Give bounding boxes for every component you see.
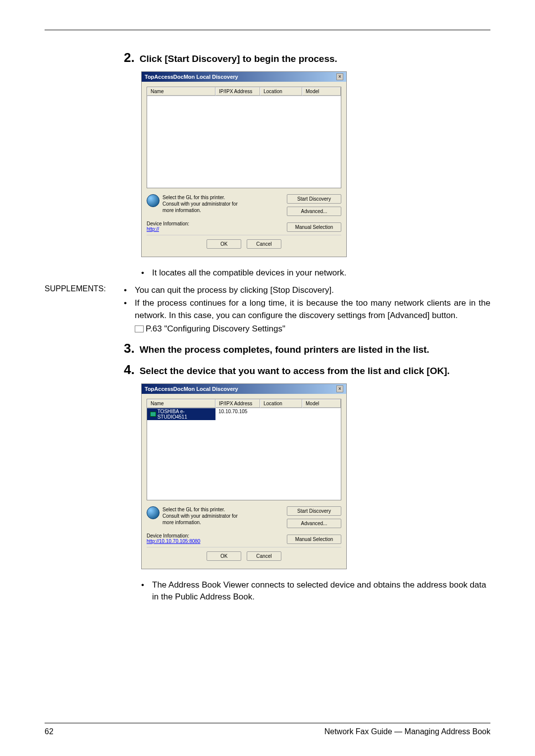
footer-title: Network Fax Guide — Managing Address Boo… bbox=[324, 727, 490, 736]
dialog-title: TopAccessDocMon Local Discovery bbox=[145, 74, 238, 80]
close-icon[interactable]: × bbox=[336, 73, 343, 80]
page-number: 62 bbox=[45, 727, 54, 736]
start-discovery-button[interactable]: Start Discovery bbox=[287, 194, 341, 204]
close-icon[interactable]: × bbox=[336, 385, 343, 392]
bullet-icon: • bbox=[124, 284, 135, 297]
result-bullet-2: • The Address Book Viewer connects to se… bbox=[141, 579, 490, 603]
hint-text: Select the GL for this printer. Consult … bbox=[162, 506, 242, 526]
col-location[interactable]: Location bbox=[260, 87, 302, 96]
discovery-dialog-empty: TopAccessDocMon Local Discovery × Name I… bbox=[141, 71, 347, 257]
dialog-titlebar: TopAccessDocMon Local Discovery × bbox=[142, 384, 346, 394]
device-info-label: Device Information: bbox=[147, 221, 189, 226]
printer-icon bbox=[150, 412, 156, 417]
step-4-number: 4. bbox=[124, 362, 135, 378]
supplements-label: SUPPLEMENTS: bbox=[45, 284, 124, 293]
device-info-label: Device Information: bbox=[147, 533, 200, 539]
dialog-titlebar: TopAccessDocMon Local Discovery × bbox=[142, 72, 346, 82]
supplement-text-2: If the process continues for a long time… bbox=[135, 297, 490, 322]
step-3-text: When the process completes, found printe… bbox=[140, 344, 429, 355]
device-listview[interactable]: Name IP/IPX Address Location Model bbox=[147, 87, 341, 188]
ok-button[interactable]: OK bbox=[207, 551, 241, 561]
step-3: 3. When the process completes, found pri… bbox=[124, 341, 490, 356]
col-name[interactable]: Name bbox=[147, 399, 215, 408]
manual-selection-button[interactable]: Manual Selection bbox=[287, 222, 341, 232]
listview-header: Name IP/IPX Address Location Model bbox=[147, 87, 341, 96]
manual-selection-button[interactable]: Manual Selection bbox=[287, 535, 341, 544]
advanced-button[interactable]: Advanced... bbox=[287, 207, 341, 216]
step-2-text: Click [Start Discovery] to begin the pro… bbox=[140, 54, 337, 64]
book-icon bbox=[135, 325, 144, 332]
table-row[interactable]: TOSHIBA e-STUDIO4511 10.10.70.105 bbox=[147, 408, 341, 420]
cancel-button[interactable]: Cancel bbox=[247, 551, 281, 561]
bullet-text: It locates all the compatible devices in… bbox=[152, 267, 346, 279]
advanced-button[interactable]: Advanced... bbox=[287, 519, 341, 528]
result-bullet-1: • It locates all the compatible devices … bbox=[141, 267, 490, 279]
globe-icon bbox=[147, 194, 160, 207]
supplement-text-1: You can quit the process by clicking [St… bbox=[135, 284, 334, 297]
top-rule bbox=[45, 30, 490, 30]
step-2-number: 2. bbox=[124, 50, 135, 65]
bullet-text: The Address Book Viewer connects to sele… bbox=[152, 579, 490, 603]
step-2: 2. Click [Start Discovery] to begin the … bbox=[124, 50, 490, 65]
row-ip: 10.10.70.105 bbox=[215, 408, 260, 420]
row-name: TOSHIBA e-STUDIO4511 bbox=[158, 409, 213, 420]
start-discovery-button[interactable]: Start Discovery bbox=[287, 506, 341, 516]
col-model[interactable]: Model bbox=[302, 399, 341, 408]
col-name[interactable]: Name bbox=[147, 87, 215, 96]
bullet-icon: • bbox=[124, 297, 135, 322]
page-footer: 62 Network Fax Guide — Managing Address … bbox=[45, 723, 490, 736]
col-ip[interactable]: IP/IPX Address bbox=[215, 87, 260, 96]
step-4-text: Select the device that you want to acces… bbox=[140, 366, 450, 377]
discovery-dialog-result: TopAccessDocMon Local Discovery × Name I… bbox=[141, 383, 347, 569]
device-info-link[interactable]: http:// bbox=[147, 226, 159, 232]
reference-text: P.63 "Configuring Discovery Settings" bbox=[146, 324, 285, 333]
col-ip[interactable]: IP/IPX Address bbox=[215, 399, 260, 408]
listview-header: Name IP/IPX Address Location Model bbox=[147, 399, 341, 408]
hint-text: Select the GL for this printer. Consult … bbox=[162, 194, 242, 214]
device-info-link[interactable]: http://10.10.70.105:8080 bbox=[147, 539, 200, 544]
supplement-item-2: • If the process continues for a long ti… bbox=[124, 297, 490, 322]
step-4: 4. Select the device that you want to ac… bbox=[124, 362, 490, 378]
supplement-item-1: • You can quit the process by clicking [… bbox=[124, 284, 490, 297]
reference-line: P.63 "Configuring Discovery Settings" bbox=[135, 324, 490, 334]
globe-icon bbox=[147, 506, 160, 519]
bullet-icon: • bbox=[141, 579, 152, 603]
device-listview[interactable]: Name IP/IPX Address Location Model TOSHI… bbox=[147, 399, 341, 500]
cancel-button[interactable]: Cancel bbox=[247, 239, 281, 249]
col-model[interactable]: Model bbox=[302, 87, 341, 96]
dialog-title: TopAccessDocMon Local Discovery bbox=[145, 386, 238, 392]
bullet-icon: • bbox=[141, 267, 152, 279]
col-location[interactable]: Location bbox=[260, 399, 302, 408]
ok-button[interactable]: OK bbox=[207, 239, 241, 249]
step-3-number: 3. bbox=[124, 341, 135, 356]
